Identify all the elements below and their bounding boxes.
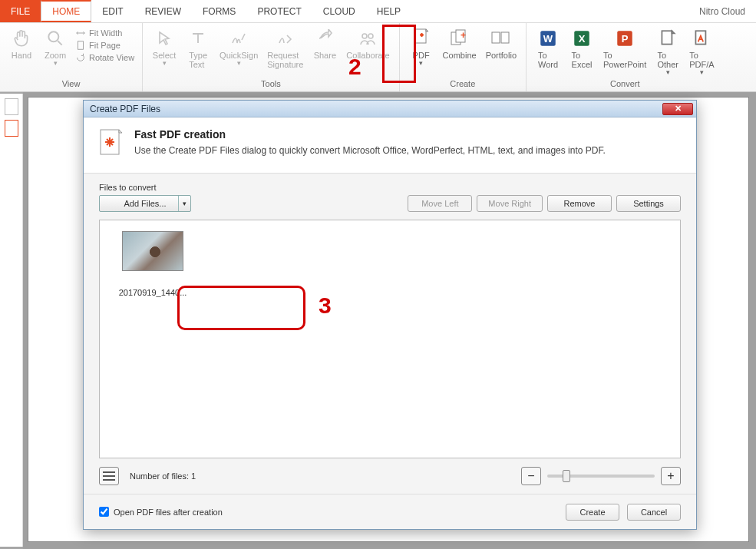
dialog-subtext: Use the Create PDF Files dialog to quick… (134, 145, 606, 156)
tab-help[interactable]: HELP (366, 0, 411, 22)
list-view-toggle[interactable] (99, 467, 119, 485)
word-icon: W (537, 28, 559, 49)
close-icon: ✕ (675, 104, 682, 114)
svg-text:X: X (579, 33, 586, 45)
to-powerpoint-button[interactable]: P To PowerPoint (599, 26, 651, 71)
move-left-button[interactable]: Move Left (408, 195, 472, 212)
dialog-toolbar: Files to convert Add Files... ▾ Move Lef… (84, 174, 696, 212)
combine-button[interactable]: + Combine (438, 26, 481, 61)
share-label: Share (314, 51, 336, 60)
group-title-create: Create (404, 79, 521, 90)
collaborate-button[interactable]: Collaborate (342, 26, 394, 61)
portfolio-button[interactable]: Portfolio (481, 26, 521, 61)
to-excel-button[interactable]: X To Excel (565, 26, 599, 71)
dialog-heading: Fast PDF creation (134, 128, 606, 141)
nitro-cloud-label[interactable]: Nitro Cloud (688, 0, 756, 22)
zoom-out-button[interactable]: − (521, 467, 541, 485)
ribbon-group-convert: W To Word X To Excel P To PowerPoint To … (527, 23, 724, 91)
add-files-button[interactable]: Add Files... ▾ (99, 195, 191, 212)
ribbon-group-create: PDF ▾ + Combine Portfolio Create (400, 23, 527, 91)
combine-label: Combine (443, 51, 477, 60)
portfolio-label: Portfolio (486, 51, 517, 60)
file-list-pane[interactable]: 20170919_1440... (99, 220, 681, 458)
svg-point-2 (362, 34, 367, 38)
chevron-down-icon: ▾ (237, 60, 241, 68)
chevron-down-icon: ▾ (419, 60, 423, 68)
request-signature-label: Request Signature (267, 51, 303, 69)
select-button[interactable]: Select ▾ (147, 26, 181, 69)
hand-label: Hand (12, 51, 31, 60)
svg-text:+: + (461, 30, 466, 41)
settings-button[interactable]: Settings (616, 195, 681, 212)
cancel-button[interactable]: Cancel (627, 504, 681, 521)
rotate-icon (75, 52, 86, 63)
fit-width-button[interactable]: Fit Width (75, 28, 134, 38)
to-other-button[interactable]: To Other ▾ (651, 26, 685, 78)
page-thumb-2[interactable] (5, 120, 18, 137)
pdf-new-icon (411, 28, 432, 49)
collaborate-label: Collaborate (346, 51, 389, 60)
to-pdfa-label: To PDF/A (689, 51, 714, 69)
open-after-checkbox[interactable]: Open PDF files after creation (99, 507, 223, 517)
zoom-icon (45, 28, 66, 49)
hand-icon (11, 28, 32, 49)
menu-tabs: FILE HOME EDIT REVIEW FORMS PROTECT CLOU… (0, 0, 756, 23)
share-button[interactable]: Share (308, 26, 342, 61)
ribbon-group-view: Hand Zoom ▾ Fit Width (0, 23, 143, 91)
type-text-button[interactable]: Type Text (181, 26, 215, 71)
zoom-slider[interactable] (547, 475, 655, 478)
type-text-icon (187, 28, 209, 49)
tab-cloud[interactable]: CLOUD (312, 0, 366, 22)
tab-review[interactable]: REVIEW (134, 0, 192, 22)
combine-icon: + (449, 28, 470, 49)
move-right-button[interactable]: Move Right (477, 195, 543, 212)
svg-rect-1 (78, 41, 84, 50)
create-pdf-icon (99, 128, 124, 159)
pdf-button[interactable]: PDF ▾ (404, 26, 438, 69)
tab-forms[interactable]: FORMS (192, 0, 246, 22)
cursor-icon (154, 28, 175, 49)
to-other-label: To Other (658, 51, 679, 69)
dialog-header: Fast PDF creation Use the Create PDF Fil… (84, 117, 696, 174)
to-word-button[interactable]: W To Word (531, 26, 565, 71)
ribbon: Hand Zoom ▾ Fit Width (0, 23, 756, 92)
excel-icon: X (571, 28, 593, 49)
type-text-label: Type Text (189, 51, 207, 69)
quicksign-button[interactable]: QuickSign ▾ (215, 26, 262, 69)
hand-tool-button[interactable]: Hand (5, 26, 38, 61)
to-pdfa-button[interactable]: To PDF/A ▾ (685, 26, 718, 78)
remove-button[interactable]: Remove (547, 195, 612, 212)
zoom-slider-knob[interactable] (563, 470, 570, 482)
zoom-in-button[interactable]: + (661, 467, 681, 485)
svg-rect-16 (662, 31, 672, 44)
tab-protect[interactable]: PROTECT (246, 0, 312, 22)
open-after-checkbox-input[interactable] (99, 507, 109, 517)
group-title-tools: Tools (147, 79, 395, 90)
ribbon-group-tools: Select ▾ Type Text QuickSign ▾ Request S… (143, 23, 400, 91)
file-thumbnail (122, 231, 183, 271)
to-powerpoint-label: To PowerPoint (603, 51, 646, 69)
create-button[interactable]: Create (566, 504, 619, 521)
close-button[interactable]: ✕ (662, 103, 693, 115)
dialog-titlebar[interactable]: Create PDF Files ✕ (84, 101, 696, 117)
zoom-button[interactable]: Zoom ▾ (38, 26, 72, 69)
request-signature-icon (275, 28, 296, 49)
signature-icon (228, 28, 249, 49)
chevron-down-icon[interactable]: ▾ (178, 196, 190, 211)
to-word-label: To Word (538, 51, 558, 69)
dialog-statusbar: Number of files: 1 − + (99, 463, 681, 489)
rotate-view-button[interactable]: Rotate View (75, 52, 134, 63)
pdfa-icon (691, 28, 712, 49)
file-item[interactable]: 20170919_1440... (111, 231, 195, 297)
dialog-footer: Open PDF files after creation Create Can… (84, 494, 696, 529)
tab-home[interactable]: HOME (41, 0, 91, 22)
tab-file[interactable]: FILE (0, 0, 41, 22)
svg-rect-8 (492, 32, 500, 43)
dialog-title-text: Create PDF Files (90, 104, 160, 114)
fit-page-button[interactable]: Fit Page (75, 40, 134, 51)
chevron-down-icon: ▾ (700, 69, 704, 77)
page-thumb-1[interactable] (5, 98, 18, 115)
request-signature-button[interactable]: Request Signature (262, 26, 308, 71)
tab-edit[interactable]: EDIT (91, 0, 134, 22)
to-excel-label: To Excel (572, 51, 593, 69)
